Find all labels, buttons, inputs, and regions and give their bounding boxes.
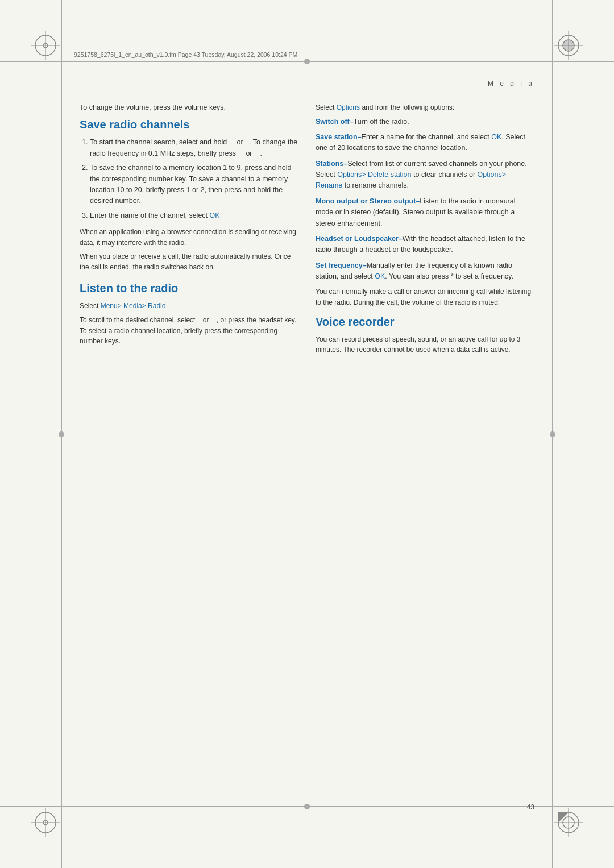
center-dot-left — [59, 431, 64, 437]
save-channels-step-1: To start the channel search, select and … — [90, 137, 298, 159]
voice-recorder-section: Voice recorder You can record pieces of … — [316, 315, 534, 355]
save-channels-step-2: To save the channel to a memory location… — [90, 163, 298, 207]
center-dot-right — [550, 431, 555, 437]
save-channels-note2: When you place or receive a call, the ra… — [80, 251, 298, 272]
option-save-station: Save station–Enter a name for the channe… — [316, 132, 534, 154]
save-channels-section: Save radio channels To start the channel… — [80, 118, 298, 272]
intro-text: To change the volume, press the volume k… — [80, 102, 298, 113]
option-switch-off-desc: Turn off the radio. — [354, 118, 409, 126]
center-dot-bottom — [304, 804, 310, 809]
reg-mark-br — [554, 808, 583, 837]
file-info-text: 9251758_6275i_1_en_au_oth_v1.0.fm Page 4… — [74, 51, 297, 58]
option-mono-stereo-title: Mono output or Stereo output– — [316, 197, 420, 205]
right-column: Select Options and from the following op… — [316, 91, 534, 788]
save-channels-list: To start the channel search, select and … — [80, 137, 298, 221]
reg-mark-tr — [554, 31, 583, 60]
voice-recorder-description: You can record pieces of speech, sound, … — [316, 334, 534, 355]
option-stations-title: Stations– — [316, 160, 347, 168]
step3-text: Enter the name of the channel, select OK — [90, 211, 220, 219]
options-intro: Select Options and from the following op… — [316, 102, 534, 113]
option-save-station-title: Save station– — [316, 133, 362, 141]
option-switch-off-title: Switch off– — [316, 118, 354, 126]
voice-recorder-heading: Voice recorder — [316, 315, 534, 329]
call-note: You can normally make a call or answer a… — [316, 286, 534, 308]
step1-text: To start the channel search, select and … — [90, 138, 297, 157]
file-header: 9251758_6275i_1_en_au_oth_v1.0.fm Page 4… — [74, 51, 540, 58]
reg-mark-bl — [31, 808, 60, 837]
listen-scroll-instruction: To scroll to the desired channel, select… — [80, 315, 298, 347]
save-channels-note1: When an application using a browser conn… — [80, 227, 298, 248]
center-dot-top — [304, 59, 310, 64]
save-channels-heading: Save radio channels — [80, 118, 298, 131]
option-stations: Stations–Select from list of current sav… — [316, 159, 534, 192]
option-mono-stereo: Mono output or Stereo output–Listen to t… — [316, 196, 534, 229]
option-headset-loudspeaker: Headset or Loudspeaker–With the headset … — [316, 234, 534, 256]
option-set-frequency-title: Set frequency– — [316, 261, 367, 269]
step2-text: To save the channel to a memory location… — [90, 164, 291, 205]
listen-radio-heading: Listen to the radio — [80, 281, 298, 295]
option-set-frequency: Set frequency–Manually enter the frequen… — [316, 260, 534, 283]
left-column: To change the volume, press the volume k… — [80, 91, 298, 788]
page-container: 9251758_6275i_1_en_au_oth_v1.0.fm Page 4… — [0, 0, 614, 868]
media-label: M e d i a — [488, 80, 534, 88]
reg-mark-tl — [31, 31, 60, 60]
content-area: To change the volume, press the volume k… — [80, 91, 534, 788]
listen-radio-section: Listen to the radio Select Menu> Media> … — [80, 281, 298, 346]
page-number: 43 — [527, 803, 534, 811]
listen-select-instruction: Select Menu> Media> Radio — [80, 301, 298, 312]
option-headset-title: Headset or Loudspeaker– — [316, 235, 403, 243]
option-stations-desc: Select from list of current saved channe… — [316, 160, 527, 190]
save-channels-step-3: Enter the name of the channel, select OK — [90, 210, 298, 221]
option-switch-off: Switch off–Turn off the radio. — [316, 117, 534, 127]
